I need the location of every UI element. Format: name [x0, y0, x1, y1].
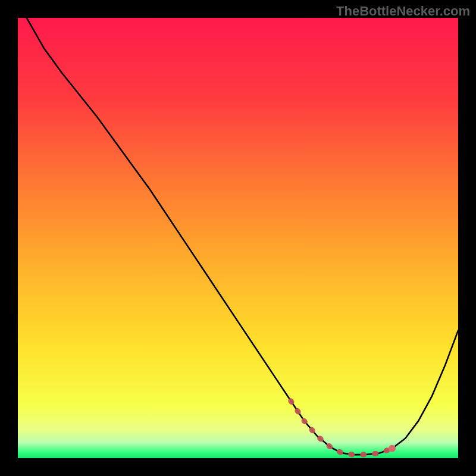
- chart-area: [18, 18, 458, 458]
- chart-svg: [18, 18, 458, 458]
- gradient-background: [18, 18, 458, 458]
- optimal-point-marker: [389, 445, 396, 452]
- watermark-text: TheBottleNecker.com: [336, 4, 470, 19]
